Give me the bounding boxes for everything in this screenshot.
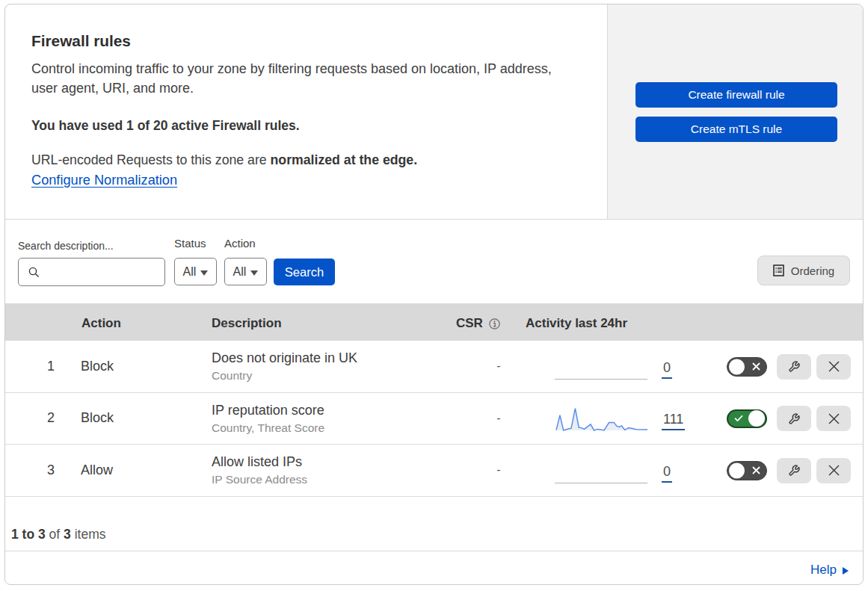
status-label: Status: [174, 237, 206, 250]
toggle-state-icon: [729, 411, 748, 427]
rule-criteria: Country: [212, 368, 357, 384]
range-label: 1 to 3: [11, 527, 46, 542]
rule-csr-value: -: [454, 445, 544, 496]
x-icon: [752, 466, 760, 474]
rule-enabled-toggle[interactable]: [727, 357, 767, 377]
intro-text: Firewall rules Control incoming traffic …: [31, 4, 588, 191]
rule-action: Block: [81, 341, 114, 392]
close-icon: [828, 413, 840, 424]
table-row: 1 Block Does not originate in UK Country…: [5, 341, 863, 393]
x-icon: [752, 362, 760, 371]
toggle-state-icon: [746, 462, 766, 480]
action-value: All: [233, 265, 247, 279]
close-icon: [828, 361, 840, 372]
caret-down-icon: [250, 270, 258, 276]
activity-sparkline: [555, 457, 647, 483]
normalization-prefix: URL-encoded Requests to this zone are: [31, 152, 271, 167]
close-icon: [828, 465, 840, 476]
rule-enabled-toggle[interactable]: [727, 461, 767, 480]
normalization-bold: normalized at the edge.: [271, 152, 418, 167]
pagination-bar: 1 to 3 of 3 items: [5, 497, 863, 551]
toggle-knob: [748, 410, 765, 427]
normalization-note: URL-encoded Requests to this zone are no…: [31, 150, 588, 191]
column-header-activity: Activity last 24hr: [526, 303, 627, 341]
activity-count-link[interactable]: 0: [662, 361, 672, 379]
column-header-description: Description: [212, 303, 282, 341]
of-label: of: [49, 527, 61, 542]
delete-rule-button[interactable]: [816, 406, 851, 431]
search-field[interactable]: [18, 258, 165, 286]
rule-description: Does not originate in UK Country: [212, 341, 357, 392]
rule-csr-value: -: [454, 341, 544, 392]
table-row: 2 Block IP reputation score Country, Thr…: [5, 393, 863, 445]
rule-description-text: Does not originate in UK: [212, 348, 357, 368]
usage-note: You have used 1 of 20 active Firewall ru…: [31, 116, 588, 135]
rule-action: Block: [81, 393, 114, 445]
activity-count-link[interactable]: 111: [662, 412, 685, 430]
activity-count-link[interactable]: 0: [662, 465, 672, 483]
rule-description: IP reputation score Country, Threat Scor…: [212, 393, 324, 445]
search-input[interactable]: [44, 262, 161, 282]
help-link[interactable]: Help: [810, 563, 849, 578]
delete-rule-button[interactable]: [816, 354, 851, 380]
wrench-icon: [788, 412, 801, 425]
configure-normalization-link[interactable]: Configure Normalization: [31, 170, 177, 191]
action-label: Action: [224, 237, 256, 250]
rule-activity-cell: 111: [555, 393, 689, 445]
help-row: Help: [5, 551, 863, 584]
search-button[interactable]: Search: [274, 259, 335, 285]
overview-section: Firewall rules Control incoming traffic …: [5, 4, 863, 220]
ordering-label: Ordering: [791, 264, 834, 277]
rule-enabled-toggle[interactable]: [727, 409, 767, 429]
help-label: Help: [810, 563, 837, 578]
activity-sparkline: [555, 353, 647, 380]
ordering-list-icon: [773, 264, 784, 276]
action-select[interactable]: All: [224, 258, 267, 285]
page-description: Control incoming traffic to your zone by…: [31, 59, 588, 98]
status-select[interactable]: All: [174, 258, 217, 285]
items-label: items: [75, 527, 106, 542]
edit-rule-button[interactable]: [777, 458, 811, 483]
firewall-rules-card: Firewall rules Control incoming traffic …: [4, 4, 864, 585]
toggle-knob: [729, 462, 745, 478]
table-row: 3 Allow Allow listed IPs IP Source Addre…: [5, 445, 863, 497]
column-header-csr: CSR: [456, 303, 500, 341]
caret-down-icon: [200, 270, 208, 276]
rule-activity-cell: 0: [555, 341, 689, 392]
search-description-label: Search description...: [18, 240, 114, 252]
arrow-right-icon: [843, 567, 849, 575]
rule-criteria: IP Source Address: [212, 471, 307, 488]
filter-bar: Search description... Status All Action …: [5, 220, 863, 303]
csr-label: CSR: [456, 316, 483, 331]
rule-description: Allow listed IPs IP Source Address: [212, 445, 307, 496]
sparkline-chart: [555, 404, 647, 431]
rule-description-text: IP reputation score: [212, 400, 324, 420]
ordering-button[interactable]: Ordering: [757, 256, 850, 285]
delete-rule-button[interactable]: [816, 458, 851, 483]
rule-action: Allow: [81, 445, 113, 496]
page-title: Firewall rules: [31, 32, 588, 50]
activity-sparkline: [555, 405, 647, 431]
edit-rule-button[interactable]: [777, 354, 811, 380]
rule-csr-value: -: [454, 393, 544, 445]
toggle-knob: [729, 359, 745, 374]
edit-rule-button[interactable]: [777, 406, 811, 431]
check-icon: [734, 415, 743, 422]
toggle-state-icon: [746, 358, 766, 376]
total-count: 3: [64, 527, 71, 542]
rule-description-text: Allow listed IPs: [212, 452, 307, 471]
create-mtls-rule-button[interactable]: Create mTLS rule: [635, 117, 837, 142]
status-value: All: [183, 265, 197, 279]
wrench-icon: [788, 360, 801, 373]
create-actions-panel: Create firewall rule Create mTLS rule: [607, 4, 863, 219]
table-body: 1 Block Does not originate in UK Country…: [5, 341, 863, 497]
table-header: Action Description CSR Activity last 24h…: [5, 303, 863, 341]
pagination-summary: 1 to 3 of 3 items: [11, 527, 106, 542]
search-icon: [28, 267, 40, 278]
wrench-icon: [788, 464, 801, 477]
column-header-action: Action: [81, 303, 121, 341]
rules-table: Action Description CSR Activity last 24h…: [5, 303, 863, 497]
create-firewall-rule-button[interactable]: Create firewall rule: [635, 82, 837, 108]
rule-criteria: Country, Threat Score: [212, 420, 324, 436]
info-icon[interactable]: [489, 318, 500, 329]
